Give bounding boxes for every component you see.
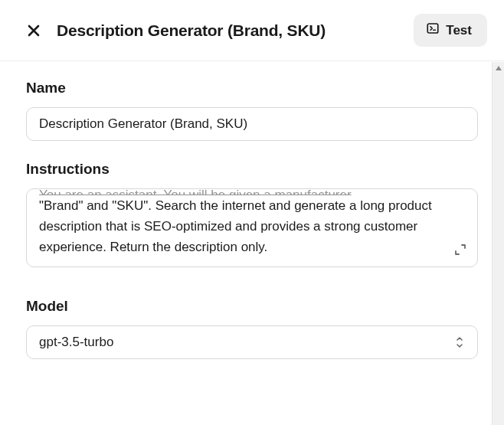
content: Name Instructions You are an assistant. … (0, 61, 504, 410)
instructions-label: Instructions (26, 161, 478, 178)
assistant-config-panel: Description Generator (Brand, SKU) Test … (0, 0, 504, 425)
body-scroll: Name Instructions You are an assistant. … (0, 61, 504, 425)
instructions-field: Instructions You are an assistant. You w… (26, 161, 478, 267)
instructions-truncated-text: You are an assistant. You will be given … (39, 185, 465, 195)
instructions-text: "Brand" and "SKU". Search the internet a… (39, 195, 465, 257)
scrollbar-track[interactable] (492, 62, 504, 425)
header: Description Generator (Brand, SKU) Test (0, 0, 504, 61)
instructions-input[interactable]: You are an assistant. You will be given … (26, 188, 478, 267)
model-select[interactable]: gpt-3.5-turbo (26, 325, 478, 359)
model-field: Model gpt-3.5-turbo (26, 298, 478, 359)
expand-icon[interactable] (454, 244, 466, 256)
terminal-icon (426, 21, 440, 39)
name-label: Name (26, 80, 478, 96)
close-icon[interactable] (25, 21, 43, 40)
test-button-label: Test (446, 23, 472, 38)
chevron-updown-icon (454, 335, 465, 349)
page-title: Description Generator (Brand, SKU) (57, 21, 326, 40)
name-field: Name (26, 80, 478, 141)
header-left: Description Generator (Brand, SKU) (25, 21, 326, 40)
model-label: Model (26, 298, 478, 315)
scrollbar-up-arrow-icon[interactable] (493, 62, 504, 74)
model-selected-value: gpt-3.5-turbo (39, 335, 113, 349)
test-button[interactable]: Test (414, 14, 487, 47)
name-input[interactable] (26, 107, 478, 141)
